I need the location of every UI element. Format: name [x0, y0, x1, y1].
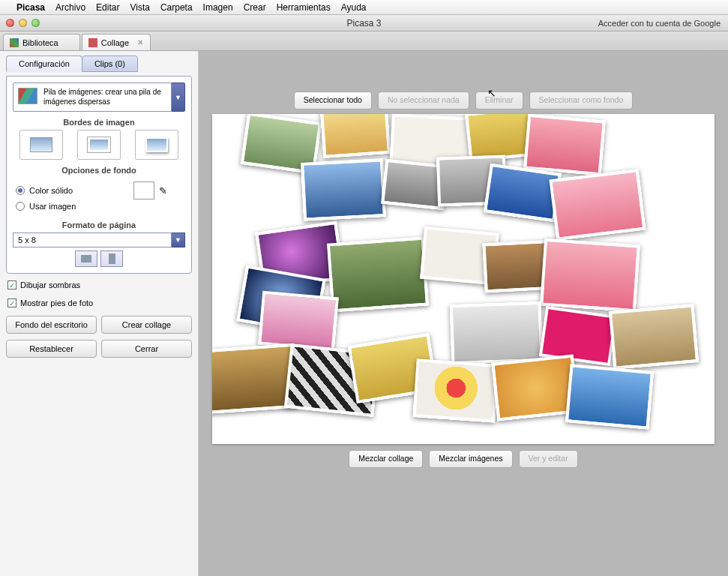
tab-label: Collage: [101, 38, 129, 47]
bg-solid-label: Color sólido: [29, 186, 73, 195]
workspace: Configuración Clips (0) Pila de imágenes…: [0, 51, 728, 576]
show-captions-checkbox-row[interactable]: ✓ Mostrar pies de foto: [7, 298, 190, 308]
page-format-selector[interactable]: 5 x 8 ▼: [13, 232, 185, 248]
select-none-button: No seleccionar nada: [378, 92, 469, 110]
collage-photo[interactable]: [450, 302, 544, 364]
menu-archivo[interactable]: Archivo: [55, 2, 85, 13]
bg-solid-radio[interactable]: [16, 186, 25, 195]
collage-photo[interactable]: [320, 114, 391, 158]
collage-photo[interactable]: [258, 291, 339, 352]
collage-photo[interactable]: [540, 238, 640, 313]
draw-shadows-label: Dibujar sombras: [20, 280, 80, 290]
format-heading: Formato de página: [13, 220, 185, 230]
menu-crear[interactable]: Crear: [244, 2, 266, 13]
pile-style-icon: [18, 88, 37, 104]
canvas-bottom-buttons: Mezclar collage Mezclar imágenes Ver y e…: [209, 450, 718, 468]
orientation-landscape-button[interactable]: [75, 250, 97, 267]
bg-image-radio[interactable]: [16, 202, 25, 211]
menu-herramientas[interactable]: Herramientas: [277, 2, 331, 13]
collage-style-selector[interactable]: Pila de imágenes: crear una pila de imág…: [13, 82, 185, 112]
desktop-wallpaper-button[interactable]: Fondo del escritorio: [6, 316, 97, 334]
collage-photo[interactable]: [484, 164, 562, 223]
settings-subtabs: Configuración Clips (0): [6, 56, 192, 72]
canvas-area: ↖ Seleccionar todo No seleccionar nada E…: [199, 51, 728, 576]
background-options: Color sólido ✎ Usar imagen: [13, 178, 185, 214]
select-all-button[interactable]: Seleccionar todo: [294, 92, 372, 110]
library-icon: [10, 38, 19, 47]
subtab-configuracion[interactable]: Configuración: [6, 56, 82, 72]
collage-photo[interactable]: [301, 158, 386, 221]
bg-image-label: Usar imagen: [29, 202, 76, 211]
collage-photo[interactable]: [549, 169, 646, 241]
menu-ayuda[interactable]: Ayuda: [341, 2, 367, 13]
collage-style-display: Pila de imágenes: crear una pila de imág…: [13, 82, 172, 112]
cursor-icon: ↖: [487, 87, 496, 99]
menu-imagen[interactable]: Imagen: [203, 2, 233, 13]
checkbox-icon: ✓: [7, 280, 16, 290]
tab-collage[interactable]: Collage ✕: [82, 34, 151, 50]
collage-photo[interactable]: [523, 114, 606, 176]
collage-photo[interactable]: [565, 364, 654, 429]
mac-menubar: Picasa Archivo Editar Vista Carpeta Imag…: [0, 0, 728, 15]
close-tab-button[interactable]: ✕: [137, 38, 145, 46]
page-format-value: 5 x 8: [13, 232, 172, 248]
border-options: [13, 130, 185, 160]
orientation-portrait-button[interactable]: [100, 250, 123, 267]
window-titlebar: Picasa 3 Acceder con tu cuenta de Google: [0, 15, 728, 32]
canvas-top-buttons: Seleccionar todo No seleccionar nada Eli…: [209, 92, 718, 110]
reset-button[interactable]: Restablecer: [6, 340, 97, 358]
window-title: Picasa 3: [0, 18, 728, 28]
border-frame-option[interactable]: [77, 130, 121, 160]
format-dropdown-button[interactable]: ▼: [172, 232, 185, 248]
set-background-button: Seleccionar como fondo: [529, 92, 634, 110]
collage-icon: [88, 38, 97, 47]
tab-label: Biblioteca: [22, 38, 58, 47]
collage-photo[interactable]: [327, 237, 429, 313]
close-button[interactable]: Cerrar: [101, 340, 192, 358]
eyedropper-icon[interactable]: ✎: [159, 185, 167, 196]
checkbox-icon: ✓: [7, 298, 16, 308]
shuffle-images-button[interactable]: Mezclar imágenes: [429, 450, 512, 468]
shuffle-collage-button[interactable]: Mezclar collage: [349, 450, 423, 468]
tab-biblioteca[interactable]: Biblioteca: [3, 34, 80, 50]
borders-heading: Bordes de imagen: [13, 118, 185, 127]
collage-canvas[interactable]: [212, 114, 715, 444]
collage-photo[interactable]: [609, 304, 699, 370]
menu-carpeta[interactable]: Carpeta: [160, 2, 193, 13]
view-edit-button: Ver y editar: [519, 450, 578, 468]
style-dropdown-button[interactable]: ▼: [172, 82, 185, 112]
background-heading: Opciones de fondo: [13, 166, 185, 175]
app-name[interactable]: Picasa: [16, 2, 45, 13]
border-none-option[interactable]: [19, 130, 63, 160]
draw-shadows-checkbox-row[interactable]: ✓ Dibujar sombras: [7, 280, 190, 290]
collage-photo[interactable]: [412, 358, 499, 422]
subtab-clips[interactable]: Clips (0): [82, 56, 138, 72]
bg-color-swatch[interactable]: [133, 182, 154, 200]
menu-vista[interactable]: Vista: [130, 2, 149, 13]
menu-editar[interactable]: Editar: [96, 2, 119, 13]
collage-style-label: Pila de imágenes: crear una pila de imág…: [43, 88, 166, 106]
delete-button: Eliminar: [475, 92, 523, 110]
border-polaroid-option[interactable]: [135, 130, 178, 160]
create-collage-button[interactable]: Crear collage: [101, 316, 192, 334]
config-body: Pila de imágenes: crear una pila de imág…: [6, 76, 192, 274]
settings-panel: Configuración Clips (0) Pila de imágenes…: [0, 51, 199, 576]
orientation-buttons: [13, 250, 185, 267]
show-captions-label: Mostrar pies de foto: [20, 298, 93, 308]
window-tabs: Biblioteca Collage ✕: [0, 32, 728, 51]
